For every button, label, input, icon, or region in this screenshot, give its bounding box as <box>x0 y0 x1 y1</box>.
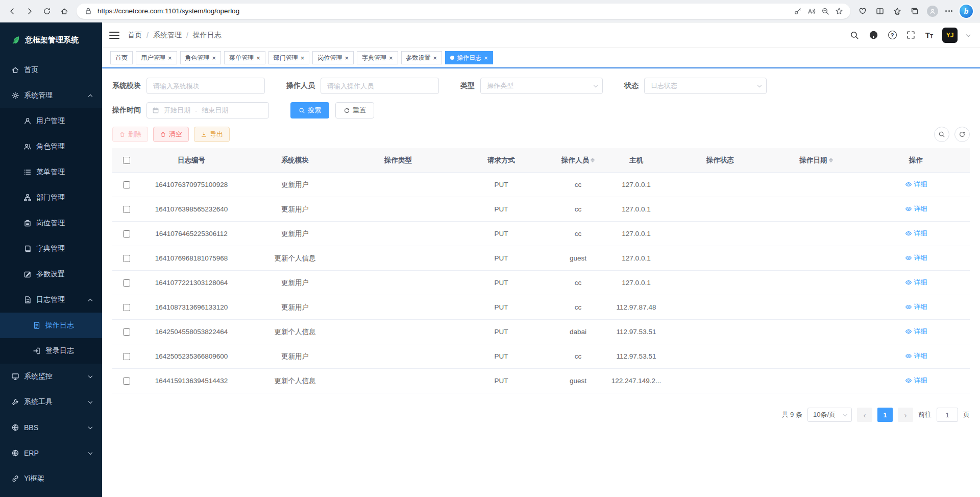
detail-link[interactable]: 详细 <box>905 253 927 263</box>
tab[interactable]: 岗位管理 × <box>312 51 354 64</box>
toggle-search-button[interactable] <box>934 127 949 142</box>
column-header[interactable]: 操作日期 <box>770 156 862 165</box>
tab[interactable]: 部门管理 × <box>268 51 310 64</box>
search-button[interactable]: 搜索 <box>290 102 329 119</box>
browser-back-button[interactable] <box>7 6 17 16</box>
caret-down-icon[interactable] <box>966 32 970 36</box>
export-button[interactable]: 导出 <box>194 127 230 142</box>
tab-close-icon[interactable]: × <box>484 55 488 61</box>
sidebar-item-post-mgmt[interactable]: 岗位管理 <box>0 210 102 236</box>
row-checkbox[interactable] <box>123 206 130 213</box>
status-select[interactable]: 日志状态 <box>644 78 767 94</box>
tab-close-icon[interactable]: × <box>168 55 172 61</box>
tab-close-icon[interactable]: × <box>389 55 393 61</box>
column-header[interactable]: 主机 <box>602 156 670 165</box>
delete-button[interactable]: 删除 <box>112 127 148 142</box>
row-checkbox[interactable] <box>123 377 130 385</box>
sort-icon[interactable] <box>591 158 595 162</box>
search-icon[interactable] <box>849 30 860 40</box>
tab-close-icon[interactable]: × <box>345 55 349 61</box>
tab[interactable]: 角色管理 × <box>180 51 222 64</box>
page-number-button[interactable]: 1 <box>877 408 893 422</box>
goto-page-input[interactable] <box>937 408 958 422</box>
browser-essentials-icon[interactable] <box>857 6 868 16</box>
module-input[interactable] <box>146 78 265 94</box>
sidebar-item-log-mgmt[interactable]: 日志管理 <box>0 287 102 313</box>
detail-link[interactable]: 详细 <box>905 351 927 361</box>
password-key-icon[interactable] <box>793 7 802 15</box>
fullscreen-icon[interactable] <box>906 30 916 40</box>
app-logo[interactable]: 意框架管理系统 <box>0 22 102 57</box>
column-header[interactable]: 操作人员 <box>554 156 602 165</box>
sidebar-item-login-log[interactable]: 登录日志 <box>0 338 102 364</box>
breadcrumb-item[interactable]: 系统管理 <box>153 31 182 40</box>
address-bar[interactable]: https://ccnetcore.com:1101/system/log/op… <box>77 4 850 19</box>
column-header[interactable]: 日志编号 <box>140 156 242 165</box>
split-screen-icon[interactable] <box>875 6 885 16</box>
sidebar-item-system-monitor[interactable]: 系统监控 <box>0 364 102 389</box>
copilot-icon[interactable]: b <box>960 5 973 18</box>
row-checkbox[interactable] <box>123 279 130 287</box>
tab[interactable]: 参数设置 × <box>401 51 443 64</box>
sidebar-item-param-settings[interactable]: 参数设置 <box>0 262 102 287</box>
settings-more-icon[interactable] <box>945 10 952 12</box>
detail-link[interactable]: 详细 <box>905 278 927 287</box>
favorites-bar-icon[interactable] <box>892 6 902 16</box>
font-size-icon[interactable]: TT <box>925 31 933 39</box>
browser-refresh-button[interactable] <box>42 6 52 16</box>
github-icon[interactable] <box>869 30 879 40</box>
row-checkbox[interactable] <box>123 230 130 238</box>
tab-close-icon[interactable]: × <box>433 55 437 61</box>
column-header[interactable]: 操作类型 <box>348 156 449 165</box>
sidebar-item-operation-log[interactable]: 操作日志 <box>0 313 102 338</box>
collections-icon[interactable] <box>910 6 920 16</box>
reset-button[interactable]: 重置 <box>335 102 374 119</box>
browser-forward-button[interactable] <box>24 6 35 16</box>
prev-page-button[interactable]: ‹ <box>857 408 872 422</box>
sidebar-item-dict-mgmt[interactable]: 字典管理 <box>0 236 102 262</box>
next-page-button[interactable]: › <box>898 408 913 422</box>
user-avatar[interactable]: YJ <box>942 28 958 43</box>
row-checkbox[interactable] <box>123 353 130 360</box>
column-header[interactable]: 操作 <box>862 156 970 165</box>
sidebar-item-system-tools[interactable]: 系统工具 <box>0 389 102 415</box>
tab[interactable]: 首页 × <box>110 51 133 64</box>
tab-close-icon[interactable]: × <box>212 55 216 61</box>
operator-input[interactable] <box>321 78 439 94</box>
detail-link[interactable]: 详细 <box>905 204 927 214</box>
add-favorite-icon[interactable] <box>835 7 843 15</box>
row-checkbox[interactable] <box>123 181 130 188</box>
sidebar-item-role-mgmt[interactable]: 角色管理 <box>0 134 102 159</box>
sidebar-item-system-mgmt[interactable]: 系统管理 <box>0 83 102 108</box>
sidebar-item-yi-framework[interactable]: Yi框架 <box>0 466 102 491</box>
url-text[interactable]: https://ccnetcore.com:1101/system/log/op… <box>97 7 788 15</box>
sidebar-item-dept-mgmt[interactable]: 部门管理 <box>0 185 102 210</box>
row-checkbox[interactable] <box>123 328 130 336</box>
date-range-picker[interactable]: 开始日期 - 结束日期 <box>146 102 269 119</box>
type-select[interactable]: 操作类型 <box>480 78 603 94</box>
browser-profile-avatar[interactable] <box>927 6 938 17</box>
read-aloud-icon[interactable] <box>807 7 816 15</box>
sidebar-item-home[interactable]: 首页 <box>0 57 102 83</box>
detail-link[interactable]: 详细 <box>905 229 927 238</box>
zoom-out-icon[interactable] <box>821 7 829 15</box>
tab[interactable]: 操作日志 × <box>445 51 493 64</box>
sidebar-item-erp[interactable]: ERP <box>0 440 102 466</box>
sidebar-item-bbs[interactable]: BBS <box>0 415 102 440</box>
detail-link[interactable]: 详细 <box>905 180 927 189</box>
tab[interactable]: 字典管理 × <box>357 51 398 64</box>
page-size-select[interactable]: 10条/页 <box>807 408 852 422</box>
tab-close-icon[interactable]: × <box>256 55 260 61</box>
column-header[interactable]: 操作状态 <box>670 156 770 165</box>
select-all-checkbox[interactable] <box>123 157 130 164</box>
tab[interactable]: 菜单管理 × <box>224 51 265 64</box>
refresh-table-button[interactable] <box>954 127 970 142</box>
collapse-sidebar-button[interactable] <box>109 32 119 39</box>
column-header[interactable]: 请求方式 <box>449 156 554 165</box>
tab-close-icon[interactable]: × <box>301 55 305 61</box>
sort-icon[interactable] <box>829 158 833 162</box>
detail-link[interactable]: 详细 <box>905 327 927 336</box>
row-checkbox[interactable] <box>123 255 130 262</box>
help-icon[interactable]: ? <box>888 31 897 39</box>
detail-link[interactable]: 详细 <box>905 376 927 385</box>
